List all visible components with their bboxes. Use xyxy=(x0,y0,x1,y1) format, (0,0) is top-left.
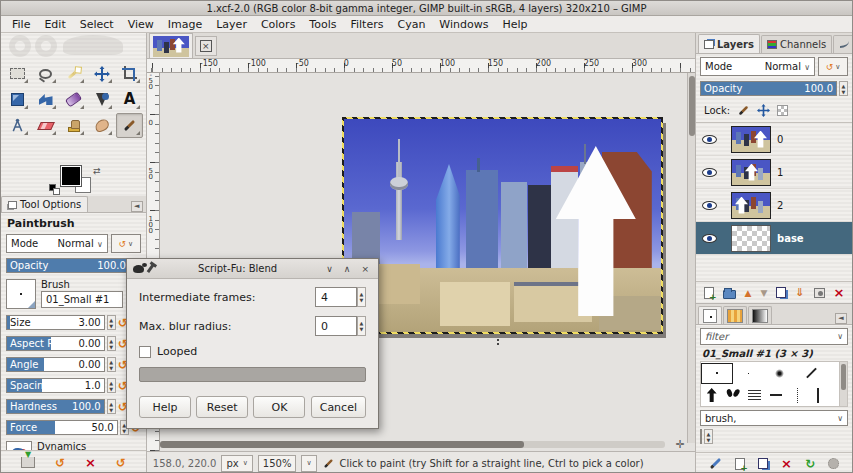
new-layer-group-icon[interactable] xyxy=(723,290,736,299)
menu-item-edit[interactable]: Edit xyxy=(37,17,72,32)
delete-layer-icon[interactable]: × xyxy=(834,285,845,300)
size-slider-spinner[interactable]: ▲▼ xyxy=(107,315,116,330)
duplicate-layer-icon[interactable] xyxy=(776,287,786,298)
canvas-horizontal-scrollbar[interactable] xyxy=(160,441,665,448)
tab-brushes[interactable] xyxy=(698,306,722,324)
force-slider[interactable]: Force50.0 xyxy=(6,420,118,435)
spacing-slider-spinner[interactable]: ▲▼ xyxy=(107,378,116,393)
intermediate-frames-input[interactable]: 4 xyxy=(315,287,357,307)
text-tool-icon[interactable]: A xyxy=(116,87,143,112)
default-colors-icon[interactable] xyxy=(49,184,56,191)
hardness-slider-spinner[interactable]: ▲▼ xyxy=(107,399,116,414)
size-slider[interactable]: Size3.00 xyxy=(6,315,105,330)
menu-item-colors[interactable]: Colors xyxy=(254,17,302,32)
raise-layer-icon[interactable]: ▲ xyxy=(745,288,752,298)
brush-spacing-slider[interactable]: Spacing1.0 xyxy=(700,429,702,444)
angle-slider[interactable]: Angle0.00 xyxy=(6,357,105,372)
brush-item-arrow[interactable] xyxy=(701,385,722,406)
rectangle-select-tool-icon[interactable] xyxy=(4,61,31,86)
transform-tool-icon[interactable] xyxy=(4,87,31,112)
brush-item-plant[interactable] xyxy=(722,385,743,406)
lock-position-icon[interactable] xyxy=(757,104,770,117)
ruler-horizontal[interactable]: -150-100-50050100150200250300 xyxy=(147,59,695,73)
canvas-image[interactable] xyxy=(344,119,661,332)
menu-item-file[interactable]: File xyxy=(5,17,37,32)
layer-visibility-icon[interactable] xyxy=(702,135,717,144)
angle-slider-spinner[interactable]: ▲▼ xyxy=(107,357,116,372)
brush-filter-input[interactable]: filter ∨ xyxy=(700,328,848,345)
layer-thumbnail[interactable] xyxy=(731,192,771,219)
smudge-tool-icon[interactable] xyxy=(88,113,115,138)
menu-item-select[interactable]: Select xyxy=(73,17,121,32)
new-layer-icon[interactable] xyxy=(704,287,714,299)
dialog-maximize-button[interactable]: ∧ xyxy=(341,264,354,274)
tab-channels[interactable]: Channels xyxy=(761,35,832,53)
swap-colors-icon[interactable]: ⇄ xyxy=(93,166,101,176)
dynamics-preview[interactable] xyxy=(6,441,32,450)
lock-pixels-icon[interactable] xyxy=(739,106,749,116)
tool-options-menu-button[interactable]: ◄ xyxy=(131,201,143,212)
zoom-dropdown-button[interactable]: ∨ xyxy=(301,455,316,472)
menu-item-image[interactable]: Image xyxy=(161,17,209,32)
tab-paths[interactable]: Paths xyxy=(833,35,853,53)
brush-spacing-slider-spinner[interactable]: ▲▼ xyxy=(704,429,713,444)
lock-alpha-icon[interactable] xyxy=(777,105,788,116)
delete-brush-icon[interactable]: × xyxy=(781,456,792,471)
crop-tool-icon[interactable] xyxy=(116,61,143,86)
lower-layer-icon[interactable]: ▼ xyxy=(760,288,767,298)
layer-opacity-slider-spinner[interactable]: ▲▼ xyxy=(839,81,848,96)
ink-tool-icon[interactable] xyxy=(88,87,115,112)
dialog-close-button[interactable]: × xyxy=(358,264,372,274)
tab-patterns[interactable] xyxy=(723,306,747,324)
brush-tag-select[interactable]: brush, ∨ xyxy=(700,410,848,426)
open-brush-as-image-icon[interactable] xyxy=(828,458,839,469)
hardness-slider[interactable]: Hardness100.0 xyxy=(6,399,105,414)
aspect-ratio-slider[interactable]: Aspect Ratio0.00 xyxy=(6,336,105,351)
free-select-tool-icon[interactable] xyxy=(32,61,59,86)
tool-opacity-slider[interactable]: Opacity100.0 xyxy=(6,258,130,273)
reset-tool-options-icon[interactable]: ↺ xyxy=(116,457,126,469)
layer-row-2[interactable]: 2 xyxy=(696,189,852,222)
brush-name-field[interactable]: 01_Small #1 xyxy=(41,291,123,308)
brushes-dock-menu-button[interactable]: ◄ xyxy=(835,313,847,324)
window-titlebar[interactable]: 1.xcf-2.0 (RGB color 8-bit gamma integer… xyxy=(1,1,852,16)
dialog-button-reset[interactable]: Reset xyxy=(196,396,248,418)
brush-preview[interactable] xyxy=(6,279,36,309)
max-blur-radius-input[interactable]: 0 xyxy=(315,316,357,336)
brush-item-slash[interactable] xyxy=(796,363,828,384)
delete-tool-preset-icon[interactable]: × xyxy=(85,455,96,470)
unit-select[interactable]: px∨ xyxy=(221,455,252,472)
add-layer-mask-icon[interactable] xyxy=(814,288,825,298)
brush-item-small[interactable] xyxy=(701,363,733,384)
menu-item-tools[interactable]: Tools xyxy=(302,17,343,32)
layer-row-base[interactable]: base xyxy=(696,222,852,255)
brush-item-lines[interactable] xyxy=(744,385,765,406)
layer-thumbnail[interactable] xyxy=(731,225,771,252)
dialog-minimize-button[interactable]: ∨ xyxy=(323,264,336,274)
canvas-vertical-scrollbar[interactable] xyxy=(687,73,695,443)
dialog-button-help[interactable]: Help xyxy=(139,396,191,418)
zoom-select[interactable]: 150% xyxy=(258,455,297,472)
brush-grid-scrollbar[interactable] xyxy=(839,362,847,406)
brush-item-dotted-line[interactable] xyxy=(786,385,807,406)
brush-item-dash[interactable] xyxy=(765,385,786,406)
paint-mode-select[interactable]: Mode Normal ∨ xyxy=(6,234,108,253)
merge-down-icon[interactable]: ⇓ xyxy=(795,286,804,299)
tab-gradients[interactable] xyxy=(748,306,772,324)
menu-item-help[interactable]: Help xyxy=(495,17,534,32)
layer-visibility-icon[interactable] xyxy=(702,168,717,177)
brush-item-fuzzy[interactable] xyxy=(764,363,796,384)
menu-item-view[interactable]: View xyxy=(121,17,161,32)
layer-visibility-icon[interactable] xyxy=(702,234,717,243)
move-tool-icon[interactable] xyxy=(88,61,115,86)
menu-item-filters[interactable]: Filters xyxy=(343,17,390,32)
clone-tool-icon[interactable] xyxy=(60,113,87,138)
menu-item-windows[interactable]: Windows xyxy=(432,17,495,32)
duplicate-brush-icon[interactable] xyxy=(758,458,768,469)
layer-mode-select[interactable]: Mode Normal ∨ xyxy=(700,57,815,76)
image-tab[interactable] xyxy=(149,33,193,58)
layer-opacity-slider[interactable]: Opacity100.0 xyxy=(700,81,837,96)
spinner-buttons[interactable]: ▲▼ xyxy=(357,287,366,307)
canvas-navigation-icon[interactable]: ✛ xyxy=(673,438,687,451)
save-tool-preset-icon[interactable] xyxy=(21,457,35,468)
